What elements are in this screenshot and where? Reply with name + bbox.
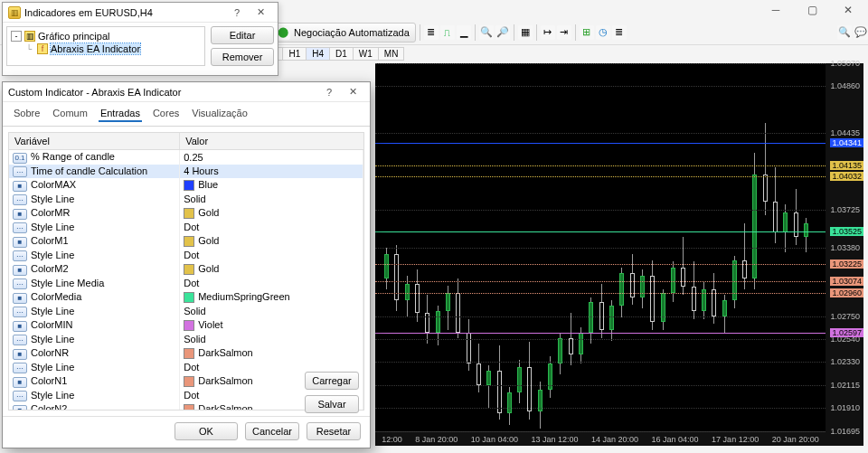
param-value[interactable]: Gold <box>198 263 219 274</box>
price-badge: 1.03225 <box>830 260 863 269</box>
timeframe-mn[interactable]: MN <box>379 47 405 61</box>
periods-icon[interactable]: ◷ <box>596 25 610 40</box>
param-value[interactable]: Violet <box>198 319 222 330</box>
param-value[interactable]: Blue <box>198 179 218 190</box>
indicators-dialog-titlebar[interactable]: ▥ Indicadores em EURUSD,H4 ? ✕ <box>3 3 278 23</box>
color-swatch <box>184 348 194 359</box>
x-tick-label: 20 Jan 20:00 <box>772 435 819 444</box>
help-button[interactable]: ? <box>225 5 249 21</box>
param-name: ColorMIN <box>31 319 72 330</box>
search-icon[interactable]: 🔍 <box>837 25 852 40</box>
collapse-icon[interactable]: - <box>11 31 22 42</box>
candles-icon[interactable]: ⎍ <box>440 25 455 40</box>
param-value[interactable]: Dot <box>184 250 199 260</box>
param-value[interactable]: Gold <box>198 235 219 246</box>
zoom-in-icon[interactable]: 🔍 <box>479 25 494 40</box>
param-row[interactable]: ⋯Style LineDot <box>9 221 363 235</box>
tile-icon[interactable]: ▦ <box>518 25 533 40</box>
timeframe-d1[interactable]: D1 <box>330 47 354 61</box>
timeframe-w1[interactable]: W1 <box>354 47 379 61</box>
param-row[interactable]: ■ColorMediaMediumSpringGreen <box>9 290 363 305</box>
param-row[interactable]: ■ColorMAXBlue <box>9 178 363 193</box>
param-value[interactable]: 0.25 <box>184 152 203 163</box>
param-value[interactable]: Solid <box>184 306 205 316</box>
tab-cores[interactable]: Cores <box>151 106 181 122</box>
edit-button[interactable]: Editar <box>211 26 274 44</box>
minimize-button[interactable]: ─ <box>758 1 794 19</box>
tab-visualização[interactable]: Visualização <box>190 106 250 122</box>
param-row[interactable]: 0.1% Range of candle0.25 <box>9 150 363 165</box>
param-name: Style Line <box>31 222 74 232</box>
chart-icon: ▥ <box>24 31 35 42</box>
param-value[interactable]: DarkSalmon <box>198 403 253 411</box>
param-value[interactable]: Dot <box>184 362 199 373</box>
param-row[interactable]: ■ColorMRGold <box>9 206 363 221</box>
line-icon[interactable]: ▁ <box>457 25 471 40</box>
param-row[interactable]: ⋯Style Line MediaDot <box>9 277 363 291</box>
param-row[interactable]: ■ColorM1Gold <box>9 234 363 249</box>
color-type-icon: ■ <box>13 349 27 360</box>
cancel-button[interactable]: Cancelar <box>245 422 299 440</box>
tab-sobre[interactable]: Sobre <box>12 106 42 122</box>
param-row[interactable]: ■ColorMINViolet <box>9 318 363 333</box>
y-tick-label: 1.01695 <box>830 427 860 436</box>
param-value[interactable]: 4 Hours <box>184 165 219 176</box>
auto-trading-button[interactable]: ⬤ Negociação Automatizada <box>269 23 416 42</box>
maximize-button[interactable]: ▢ <box>794 1 830 19</box>
param-value[interactable]: Gold <box>198 207 219 218</box>
param-value[interactable]: DarkSalmon <box>198 375 253 386</box>
color-type-icon: ■ <box>13 265 27 276</box>
templates-icon[interactable]: ≣ <box>612 25 627 40</box>
param-row[interactable]: ⋯Style LineSolid <box>9 305 363 319</box>
help-button[interactable]: ? <box>317 84 341 100</box>
param-row[interactable]: ⋯Style LineSolid <box>9 193 363 207</box>
tab-entradas[interactable]: Entradas <box>99 106 142 122</box>
bars-icon[interactable]: ≣ <box>424 25 439 40</box>
param-value[interactable]: Solid <box>184 334 205 344</box>
indicator-line <box>375 264 826 265</box>
header-value[interactable]: Valor <box>180 133 363 150</box>
toolbar-separator <box>575 24 576 41</box>
timeframe-h4[interactable]: H4 <box>307 47 330 61</box>
color-swatch <box>184 208 194 219</box>
x-tick-label: 17 Jan 12:00 <box>712 435 759 444</box>
remove-button[interactable]: Remover <box>211 48 274 66</box>
param-row[interactable]: ⋯Style LineSolid <box>9 333 363 347</box>
load-button[interactable]: Carregar <box>305 372 359 390</box>
indicator-tree[interactable]: - ▥ Gráfico principal └ f Abraxis EA Ind… <box>6 26 205 66</box>
chart-plot[interactable]: 12:008 Jan 20:0010 Jan 04:0013 Jan 12:00… <box>375 63 826 446</box>
parameter-grid[interactable]: Variável Valor 0.1% Range of candle0.25⋯… <box>8 132 364 411</box>
param-name: ColorN1 <box>31 375 67 386</box>
timeframe-h1[interactable]: H1 <box>283 47 307 61</box>
enum-type-icon: ⋯ <box>13 166 27 177</box>
enum-type-icon: ⋯ <box>13 278 27 289</box>
param-row[interactable]: ⋯Style LineDot <box>9 249 363 263</box>
chat-icon[interactable]: 💬 <box>854 25 868 40</box>
chart-panel: 12:008 Jan 20:0010 Jan 04:0013 Jan 12:00… <box>375 63 863 446</box>
indicators-icon[interactable]: ⊞ <box>580 25 594 40</box>
close-button[interactable]: ✕ <box>830 1 866 19</box>
close-button[interactable]: ✕ <box>341 84 364 100</box>
shift-icon[interactable]: ↦ <box>541 25 555 40</box>
param-row[interactable]: ■ColorM2Gold <box>9 262 363 277</box>
param-value[interactable]: Dot <box>184 222 199 232</box>
reset-button[interactable]: Resetar <box>307 422 361 440</box>
header-variable[interactable]: Variável <box>9 133 180 150</box>
autoscroll-icon[interactable]: ⇥ <box>557 25 571 40</box>
close-button[interactable]: ✕ <box>249 5 272 21</box>
param-value[interactable]: Dot <box>184 278 199 288</box>
save-button[interactable]: Salvar <box>305 395 359 413</box>
ok-button[interactable]: OK <box>175 422 238 440</box>
tree-child-label[interactable]: Abraxis EA Indicator <box>51 43 140 54</box>
param-value[interactable]: Dot <box>184 390 199 401</box>
color-type-icon: ■ <box>13 237 27 248</box>
zoom-out-icon[interactable]: 🔎 <box>495 25 510 40</box>
tab-comum[interactable]: Comum <box>51 106 90 122</box>
param-row[interactable]: ⋯Time of candle Calculation4 Hours <box>9 165 363 179</box>
custom-dialog-titlebar[interactable]: Custom Indicator - Abraxis EA Indicator … <box>3 82 370 102</box>
param-name: Time of candle Calculation <box>31 165 147 176</box>
param-value[interactable]: MediumSpringGreen <box>198 291 290 302</box>
param-value[interactable]: DarkSalmon <box>198 347 253 358</box>
param-value[interactable]: Solid <box>184 193 205 204</box>
param-row[interactable]: ■ColorNRDarkSalmon <box>9 346 363 361</box>
